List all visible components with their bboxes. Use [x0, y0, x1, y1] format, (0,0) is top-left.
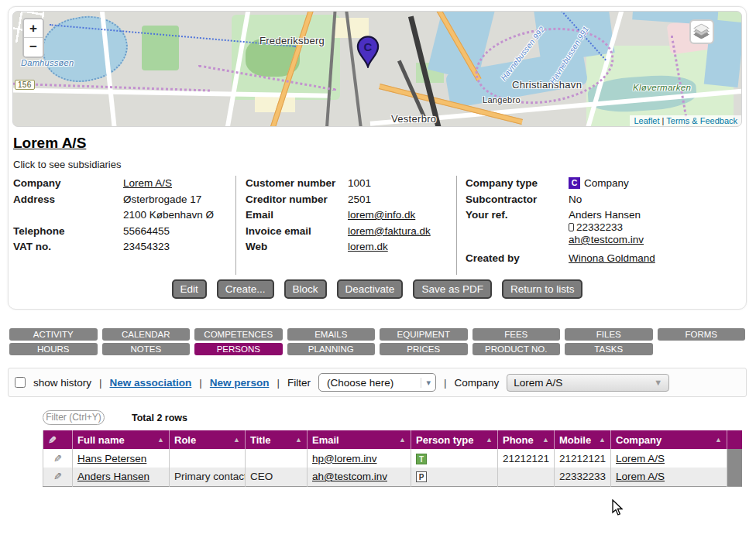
edit-row-button[interactable]: ✎	[43, 468, 73, 486]
map-zoom-control: + −	[22, 18, 44, 58]
tab-forms[interactable]: FORMS	[658, 328, 746, 341]
chevron-down-icon: ▼	[654, 378, 662, 387]
company-details-left: Company Lorem A/S Address Østerbrogade 1…	[13, 176, 234, 255]
tab-bar: ACTIVITY CALENDAR COMPETENCES EMAILS EQU…	[9, 328, 745, 358]
company-link[interactable]: Lorem A/S	[616, 471, 665, 482]
company-type-value: CCompany	[569, 176, 629, 192]
column-header-company[interactable]: Company▲	[611, 430, 727, 449]
map-marker-pin[interactable]: C	[356, 35, 380, 68]
cell-full-name: Anders Hansen	[73, 468, 170, 486]
tab-product-no[interactable]: PRODUCT NO.	[472, 343, 561, 355]
pencil-icon: ✎	[53, 471, 62, 482]
save-as-pdf-button[interactable]: Save as PDF	[413, 279, 492, 299]
divider	[235, 176, 236, 275]
divider	[456, 176, 457, 275]
tab-notes[interactable]: NOTES	[102, 343, 191, 355]
terms-feedback-link[interactable]: Terms & Feedback	[666, 116, 737, 125]
map-label-langebro: Langebro	[483, 95, 521, 104]
company-email-link[interactable]: lorem@info.dk	[348, 207, 415, 224]
tab-fees[interactable]: FEES	[472, 328, 561, 341]
column-header-mobile[interactable]: Mobile▲	[555, 430, 611, 449]
company-select[interactable]: Lorem A/S ▼	[507, 374, 669, 392]
tab-planning[interactable]: PLANNING	[287, 343, 376, 355]
mobile-phone-icon	[569, 223, 574, 231]
person-name-link[interactable]: Anders Hansen	[77, 471, 149, 482]
column-header-title[interactable]: Title▲	[246, 430, 308, 449]
column-header-phone[interactable]: Phone▲	[498, 430, 555, 449]
cell-phone	[498, 468, 555, 486]
sort-asc-icon[interactable]: ▲	[599, 436, 606, 444]
cell-person-type: T	[411, 449, 498, 468]
sort-asc-icon[interactable]: ▲	[233, 436, 240, 444]
tab-emails[interactable]: EMAILS	[287, 328, 376, 341]
edit-row-button[interactable]: ✎	[43, 449, 73, 468]
field-label-your-ref: Your ref.	[466, 207, 569, 224]
your-ref-email-link[interactable]: ah@testcom.inv	[569, 234, 644, 245]
sort-asc-icon[interactable]: ▲	[486, 436, 493, 444]
tab-files[interactable]: FILES	[565, 328, 653, 341]
person-email-link[interactable]: ah@testcom.inv	[312, 471, 387, 482]
tab-tasks[interactable]: TASKS	[565, 343, 653, 355]
edit-button[interactable]: Edit	[172, 279, 207, 299]
tab-equipment[interactable]: EQUIPMENT	[380, 328, 468, 341]
company-link[interactable]: Lorem A/S	[616, 453, 665, 464]
new-association-link[interactable]: New association	[110, 377, 192, 389]
separator: |	[277, 377, 280, 389]
field-label-telephone: Telephone	[13, 224, 123, 240]
table-scrollbar[interactable]	[727, 468, 742, 486]
map-label-vesterbro: Vesterbro	[391, 113, 436, 125]
company-select-label: Company	[454, 377, 499, 389]
tab-competences[interactable]: COMPETENCES	[194, 328, 283, 341]
show-history-checkbox[interactable]	[15, 377, 26, 388]
person-name-link[interactable]: Hans Petersen	[77, 453, 146, 464]
map-label-christianshavn: Christianshavn	[512, 79, 582, 91]
block-button[interactable]: Block	[284, 279, 327, 299]
tab-prices[interactable]: PRICES	[380, 343, 468, 355]
table-filter-button[interactable]: Filter (Ctrl+Y)	[43, 410, 105, 425]
sort-asc-icon[interactable]: ▲	[542, 436, 549, 444]
edit-column-header: ✎	[43, 430, 73, 449]
tab-calendar[interactable]: CALENDAR	[102, 328, 191, 341]
pencil-icon: ✎	[48, 434, 57, 446]
separator: |	[199, 377, 202, 389]
column-header-role[interactable]: Role▲	[170, 430, 246, 449]
map-route-shield-156: 156	[15, 80, 35, 90]
web-link[interactable]: lorem.dk	[348, 239, 388, 255]
invoice-email-link[interactable]: lorem@faktura.dk	[348, 224, 431, 240]
separator: |	[99, 377, 102, 389]
cell-company: Lorem A/S	[611, 449, 727, 468]
table-scrollbar[interactable]	[727, 449, 742, 468]
tab-activity[interactable]: ACTIVITY	[9, 328, 98, 341]
column-header-email[interactable]: Email▲	[308, 430, 411, 449]
company-card: Damhussøen 156 Frederiksberg Vesterbro L…	[8, 6, 747, 310]
create-button[interactable]: Create...	[217, 279, 274, 299]
leaflet-link[interactable]: Leaflet	[634, 116, 659, 125]
column-header-full-name[interactable]: Full name▲	[73, 430, 170, 449]
your-ref-mobile-line: 22332233	[569, 221, 623, 233]
action-buttons: Edit Create... Block Deactivate Save as …	[9, 279, 746, 299]
sort-asc-icon[interactable]: ▲	[157, 436, 164, 444]
company-name-link[interactable]: Lorem A/S	[123, 176, 172, 192]
return-to-lists-button[interactable]: Return to lists	[502, 279, 583, 299]
your-ref-name: Anders Hansen	[569, 209, 641, 221]
sort-asc-icon[interactable]: ▲	[715, 436, 722, 444]
sort-asc-icon[interactable]: ▲	[295, 436, 302, 444]
column-header-person-type[interactable]: Person type▲	[411, 430, 498, 449]
persons-table: ✎ Full name▲ Role▲ Title▲ Email▲ Person …	[43, 430, 742, 487]
tab-persons[interactable]: PERSONS	[194, 343, 283, 355]
zoom-in-button[interactable]: +	[24, 19, 43, 38]
company-title[interactable]: Lorem A/S	[13, 135, 86, 152]
map[interactable]: Damhussøen 156 Frederiksberg Vesterbro L…	[12, 11, 742, 127]
filter-select[interactable]: (Choose here) ▾	[318, 373, 436, 392]
cell-email: hp@lorem.inv	[308, 449, 411, 468]
zoom-out-button[interactable]: −	[24, 38, 43, 57]
new-person-link[interactable]: New person	[210, 377, 270, 389]
filter-label: Filter	[287, 377, 311, 389]
sort-asc-icon[interactable]: ▲	[399, 436, 406, 444]
deactivate-button[interactable]: Deactivate	[337, 279, 404, 299]
tab-hours[interactable]: HOURS	[9, 343, 98, 355]
created-by-link[interactable]: Winona Goldmand	[569, 251, 655, 267]
map-layers-control[interactable]	[689, 19, 714, 44]
company-details-right: Company type CCompany Subcontractor No Y…	[466, 176, 737, 267]
person-email-link[interactable]: hp@lorem.inv	[312, 453, 377, 464]
